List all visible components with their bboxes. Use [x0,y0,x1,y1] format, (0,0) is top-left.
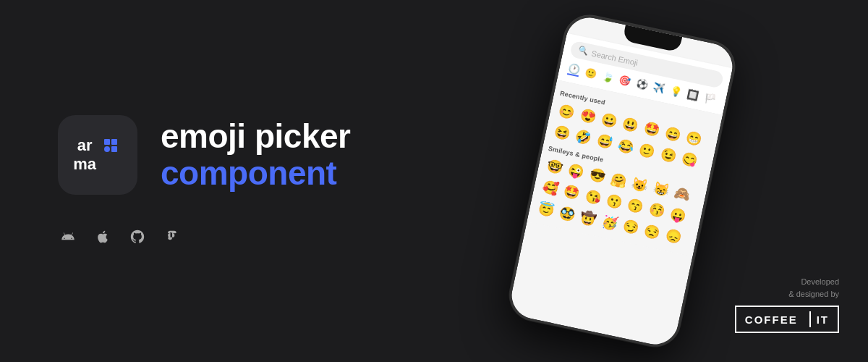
emoji-cell[interactable]: 🥳 [597,211,621,235]
emoji-cell[interactable]: 😜 [564,159,588,183]
logo-ma: ma [73,156,96,172]
coffee-box: COFFEE IT [735,306,839,333]
app-logo: ar ma [58,115,137,195]
figma-icon[interactable] [162,227,182,247]
emoji-cell[interactable]: 😁 [682,127,706,151]
coffee-badge: Developed & designed by COFFEE IT [735,276,839,333]
logo-grid: ar ma [67,132,128,178]
emoji-cell[interactable]: 😋 [678,148,702,172]
emoji-cell[interactable]: 😉 [656,143,680,167]
logo-grid-dots [104,139,117,152]
emoji-cell[interactable]: 🥸 [555,202,579,226]
emoji-cell[interactable]: 🙈 [671,182,694,206]
emoji-cell[interactable]: 🤠 [576,206,600,230]
phone-mockup: 🔍 Search Emoji 🕐 🙂 🍃 🎯 ⚽ ✈️ 💡 🔲 🏳️ [505,11,739,352]
title-line2: component [161,155,350,192]
search-icon: 🔍 [577,46,589,57]
emoji-cell[interactable]: 😛 [665,203,689,227]
emoji-cell[interactable]: 😇 [534,197,558,221]
logo-wrapper: ar ma emoji picker component [58,115,350,195]
cat-tab-smileys[interactable]: 🙂 [584,67,598,80]
emoji-cell[interactable]: 😂 [613,134,637,158]
cat-tab-activities[interactable]: 🎯 [618,74,632,87]
emoji-cell[interactable]: 😀 [597,109,621,132]
cat-tab-objects[interactable]: 💡 [669,85,683,98]
cat-tab-recent[interactable]: 🕐 [567,62,581,77]
coffee-it: IT [817,313,829,326]
emoji-cell[interactable]: 🙂 [635,139,659,163]
emoji-cell[interactable]: 😏 [618,215,642,239]
emoji-cell[interactable]: 😙 [624,194,647,218]
phone-screen: 🔍 Search Emoji 🕐 🙂 🍃 🎯 ⚽ ✈️ 💡 🔲 🏳️ [507,13,736,348]
emoji-cell[interactable]: 🤓 [542,155,566,179]
coffee-divider [809,311,811,327]
emoji-cell[interactable]: 😒 [640,220,664,244]
emoji-cell[interactable]: 🤗 [607,168,631,192]
emoji-cell[interactable]: 🥰 [538,176,562,200]
logo-ar: ar [77,138,93,153]
cat-tab-travel[interactable]: ✈️ [652,81,665,94]
emoji-cell[interactable]: 😃 [618,113,642,137]
emoji-cell[interactable]: 😗 [602,190,626,214]
apple-icon[interactable] [93,227,113,247]
platform-icons [58,227,182,247]
cat-tab-sports[interactable]: ⚽ [635,77,649,90]
cat-tab-flags[interactable]: 🏳️ [703,92,717,105]
emoji-cell[interactable]: 😄 [660,122,684,146]
phone-section: 🔍 Search Emoji 🕐 🙂 🍃 🎯 ⚽ ✈️ 💡 🔲 🏳️ [505,11,739,352]
developed-text: Developed & designed by [735,276,839,300]
developed-line1: Developed [801,277,839,286]
emoji-cell[interactable]: 😅 [592,130,616,153]
emoji-cell[interactable]: 😍 [576,104,600,128]
emoji-cell[interactable]: 😊 [555,99,579,123]
android-icon[interactable] [58,227,78,247]
coffee-word: COFFEE [745,313,804,326]
emoji-cell[interactable]: 😎 [585,164,609,188]
emoji-cell[interactable]: 😚 [644,198,668,222]
cat-tab-nature[interactable]: 🍃 [601,70,615,83]
main-container: ar ma emoji picker component [0,0,868,362]
left-section: ar ma emoji picker component [0,115,350,247]
emoji-cell[interactable]: 🤣 [571,125,595,149]
emoji-cell[interactable]: 😞 [661,224,685,248]
cat-tab-symbols[interactable]: 🔲 [686,88,699,101]
search-placeholder-text: Search Emoji [591,49,639,67]
emoji-cell[interactable]: 😆 [550,121,574,145]
github-icon[interactable] [127,227,148,247]
emoji-cell[interactable]: 😺 [628,173,652,197]
logo-icon [103,138,119,153]
emoji-cell[interactable]: 😸 [649,177,673,201]
title-line1: emoji picker [161,118,350,155]
emoji-cell[interactable]: 🤩 [639,117,663,141]
emoji-cell[interactable]: 😘 [581,185,605,209]
emoji-cell[interactable]: 🤩 [560,180,584,204]
title-section: emoji picker component [161,118,350,191]
developed-line2: & designed by [788,290,839,298]
